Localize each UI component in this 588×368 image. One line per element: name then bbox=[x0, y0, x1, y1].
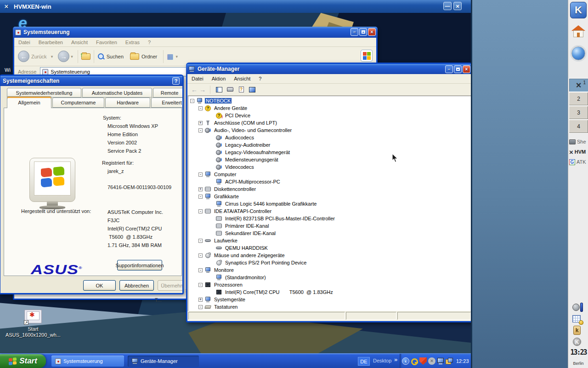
device-tree-item[interactable]: - Audio-, Video- und Gamecontroller bbox=[188, 126, 471, 134]
tree-expander[interactable]: - bbox=[198, 268, 203, 272]
control-panel-list-item[interactable]: T... bbox=[155, 296, 187, 304]
toolbar-overflow-chevron[interactable]: » bbox=[394, 356, 397, 363]
device-manager-titlebar[interactable]: Geräte-Manager – × bbox=[186, 64, 471, 74]
device-tree-item[interactable]: Mediensteuerungsgerät bbox=[188, 156, 471, 163]
device-tree-item[interactable]: - NOTBOCK bbox=[188, 97, 471, 104]
konqueror-icon[interactable] bbox=[570, 45, 587, 62]
tree-expander[interactable]: - bbox=[198, 209, 203, 213]
tab-allgemein[interactable]: Allgemein bbox=[7, 96, 51, 108]
device-tree-item[interactable]: QEMU HARDDISK bbox=[188, 244, 471, 252]
device-tree-item[interactable]: Primärer IDE-Kanal bbox=[188, 222, 471, 230]
language-indicator[interactable]: DE bbox=[358, 357, 370, 366]
tree-expander[interactable]: - bbox=[198, 239, 203, 243]
tool-tray-icon[interactable] bbox=[572, 303, 583, 313]
menu-help[interactable]: ? bbox=[144, 40, 155, 45]
device-tree-item[interactable]: - Prozessoren bbox=[188, 281, 471, 288]
device-tree-item[interactable]: ACPI-Multiprocessor-PC bbox=[188, 178, 471, 185]
views-dropdown-caret[interactable]: ▾ bbox=[175, 54, 178, 59]
apply-button[interactable]: Übernehmen bbox=[158, 280, 184, 291]
tab-hardware[interactable]: Hardware bbox=[105, 98, 150, 108]
vm-minimize-button[interactable]: — bbox=[443, 2, 452, 10]
menu-ansicht[interactable]: Ansicht bbox=[67, 40, 92, 45]
search-icon[interactable] bbox=[97, 53, 105, 60]
menu-datei[interactable]: Datei bbox=[14, 40, 34, 45]
vm-titlebar[interactable]: × HVMXEN-win — × bbox=[0, 0, 471, 13]
display-settings-icon[interactable] bbox=[437, 357, 444, 365]
vm-close-button[interactable]: × bbox=[453, 2, 462, 10]
device-tree-item[interactable]: - Monitore bbox=[188, 266, 471, 274]
views-icon[interactable]: ▦ bbox=[167, 52, 173, 61]
device-tree-item[interactable]: Synaptics PS/2 Port Pointing Device bbox=[188, 259, 471, 266]
print-button[interactable] bbox=[225, 85, 235, 94]
tree-expander[interactable]: - bbox=[198, 253, 203, 258]
calendar-alarm-icon[interactable] bbox=[572, 315, 583, 325]
menu-bearbeiten[interactable]: Bearbeiten bbox=[34, 40, 67, 45]
device-tree-item[interactable]: Audiocodecs bbox=[188, 134, 471, 141]
tree-expander[interactable]: - bbox=[198, 195, 203, 199]
device-tree-item[interactable]: Intel(R) Core(TM)2 CPU T5600 @ 1.83GHz bbox=[188, 288, 471, 296]
device-tree-item[interactable]: - Tastaturen bbox=[188, 303, 471, 310]
hide-tray-icons-button[interactable]: ‹ bbox=[402, 357, 409, 365]
minimize-button[interactable]: – bbox=[445, 65, 453, 73]
home-icon[interactable] bbox=[570, 24, 587, 40]
taskbar-clock[interactable]: 12:23 bbox=[456, 358, 469, 364]
host-clock[interactable]: 13:23 bbox=[568, 348, 588, 356]
menu-help[interactable]: ? bbox=[254, 76, 266, 81]
back-button[interactable]: ← bbox=[190, 86, 198, 93]
device-tree-item[interactable]: + Systemgeräte bbox=[188, 296, 471, 303]
klipper-icon[interactable]: k bbox=[572, 326, 583, 336]
forward-button[interactable]: → bbox=[198, 86, 207, 93]
show-console-tree-button[interactable] bbox=[214, 85, 224, 94]
pager-desktop-3[interactable]: 3 bbox=[569, 106, 588, 120]
device-tree-item[interactable]: + Anschlüsse (COM und LPT) bbox=[188, 119, 471, 126]
host-task-shell[interactable]: She bbox=[569, 137, 588, 146]
forward-dropdown-caret[interactable]: ▾ bbox=[71, 54, 73, 59]
menu-extras[interactable]: Extras bbox=[121, 40, 144, 45]
device-tree-item[interactable]: Legacy-Videoaufnahmegerät bbox=[188, 149, 471, 156]
device-tree-item[interactable]: - Andere Geräte bbox=[188, 104, 471, 112]
maximize-button[interactable] bbox=[454, 65, 462, 73]
dialog-help-button[interactable]: ? bbox=[172, 77, 180, 85]
ok-button[interactable]: OK bbox=[83, 280, 116, 291]
host-task-hvmxen[interactable]: × HVM bbox=[569, 147, 588, 156]
minimize-button[interactable]: – bbox=[351, 28, 358, 36]
menu-datei[interactable]: Datei bbox=[187, 76, 208, 81]
device-tree-item[interactable]: Cirrus Logic 5446 kompatible Grafikkarte bbox=[188, 200, 471, 207]
taskbar-button-geraete-manager[interactable]: Geräte-Manager bbox=[128, 356, 199, 367]
device-tree-item[interactable]: (Standardmonitor) bbox=[188, 274, 471, 281]
pager-desktop-2[interactable]: 2 bbox=[569, 92, 588, 106]
network-drive-icon[interactable] bbox=[446, 357, 453, 365]
device-tree-item[interactable]: Intel(R) 82371SB PCI-Bus-Master-IDE-Cont… bbox=[188, 215, 471, 222]
taskbar-button-systemsteuerung[interactable]: Systemsteuerung bbox=[51, 356, 124, 367]
maximize-button[interactable] bbox=[359, 28, 367, 36]
tree-expander[interactable]: - bbox=[198, 172, 203, 177]
control-panel-titlebar[interactable]: Systemsteuerung – × bbox=[13, 27, 378, 38]
device-tree-item[interactable]: Videocodecs bbox=[188, 163, 471, 171]
search-label[interactable]: Suchen bbox=[107, 54, 124, 59]
offline-status-icon[interactable]: × bbox=[428, 357, 435, 365]
tree-expander[interactable]: - bbox=[190, 99, 194, 103]
tab-automatische-updates[interactable]: Automatische Updates bbox=[82, 88, 152, 98]
key-tray-icon[interactable] bbox=[411, 357, 418, 365]
tree-expander[interactable]: - bbox=[198, 305, 203, 309]
back-dropdown-caret[interactable]: ▾ bbox=[51, 54, 53, 59]
scan-hardware-button[interactable] bbox=[247, 85, 257, 94]
device-tree-item[interactable]: PCI Device bbox=[188, 112, 471, 119]
device-tree-item[interactable]: Sekundärer IDE-Kanal bbox=[188, 230, 471, 237]
tab-remote[interactable]: Remote bbox=[153, 88, 184, 98]
desktop-shortcut-asus[interactable]: ✱ ↗ Start ASUS_1600x1200_wh... bbox=[4, 310, 62, 338]
desktop-toolbar-label[interactable]: Desktop bbox=[373, 358, 391, 363]
k-tray-icon[interactable]: K bbox=[572, 337, 583, 347]
folders-label[interactable]: Ordner bbox=[141, 54, 157, 59]
menu-favoriten[interactable]: Favoriten bbox=[92, 40, 121, 45]
properties-help-button[interactable]: ? bbox=[236, 85, 246, 94]
device-tree-item[interactable]: - Computer bbox=[188, 171, 471, 178]
close-button[interactable]: × bbox=[368, 28, 376, 36]
tree-expander[interactable]: + bbox=[198, 121, 203, 125]
tree-expander[interactable]: + bbox=[198, 187, 203, 191]
tab-computername[interactable]: Computername bbox=[52, 98, 104, 108]
device-tree-item[interactable]: - Grafikkarte bbox=[188, 193, 471, 200]
tree-expander[interactable]: - bbox=[198, 128, 203, 132]
k-menu-button[interactable]: K bbox=[570, 2, 587, 18]
start-button[interactable]: Start bbox=[0, 354, 46, 368]
